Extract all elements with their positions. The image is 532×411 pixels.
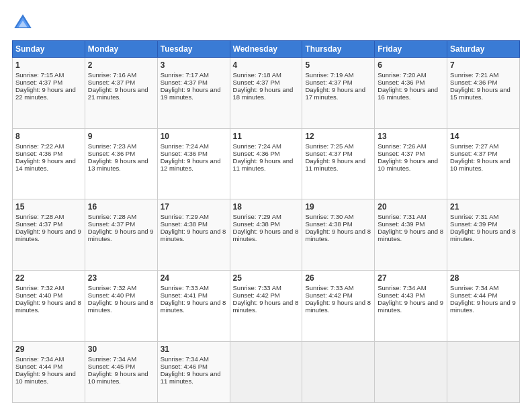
day-number: 9	[88, 132, 154, 141]
daylight-text: Daylight: 9 hours and 10 minutes.	[378, 157, 438, 172]
calendar-cell: 13Sunrise: 7:26 AMSunset: 4:37 PMDayligh…	[375, 128, 447, 199]
sunset-text: Sunset: 4:37 PM	[15, 220, 62, 228]
calendar-cell: 30Sunrise: 7:34 AMSunset: 4:45 PMDayligh…	[85, 341, 157, 402]
sunset-text: Sunset: 4:45 PM	[88, 363, 135, 370]
calendar-cell: 31Sunrise: 7:34 AMSunset: 4:46 PMDayligh…	[157, 341, 230, 402]
sunset-text: Sunset: 4:42 PM	[305, 291, 352, 299]
sunset-text: Sunset: 4:39 PM	[450, 220, 497, 228]
sunset-text: Sunset: 4:37 PM	[305, 79, 352, 86]
sunrise-text: Sunrise: 7:19 AM	[305, 71, 353, 79]
day-number: 27	[378, 273, 444, 283]
calendar-cell: 4Sunrise: 7:18 AMSunset: 4:37 PMDaylight…	[230, 58, 302, 129]
calendar-header-row: SundayMondayTuesdayWednesdayThursdayFrid…	[13, 41, 520, 58]
daylight-text: Daylight: 9 hours and 8 minutes.	[233, 299, 299, 314]
daylight-text: Daylight: 9 hours and 11 minutes.	[233, 157, 294, 172]
sunrise-text: Sunrise: 7:29 AM	[233, 213, 281, 220]
logo-icon	[12, 12, 34, 34]
sunrise-text: Sunrise: 7:31 AM	[378, 213, 426, 220]
daylight-text: Daylight: 9 hours and 21 minutes.	[88, 86, 148, 101]
sunrise-text: Sunrise: 7:24 AM	[233, 142, 281, 150]
daylight-text: Daylight: 9 hours and 8 minutes.	[161, 228, 226, 242]
daylight-text: Daylight: 9 hours and 15 minutes.	[450, 86, 511, 101]
calendar-cell: 20Sunrise: 7:31 AMSunset: 4:39 PMDayligh…	[375, 199, 447, 271]
header	[12, 12, 520, 34]
calendar-cell: 27Sunrise: 7:34 AMSunset: 4:43 PMDayligh…	[375, 271, 447, 342]
sunrise-text: Sunrise: 7:18 AM	[233, 71, 281, 79]
day-number: 23	[88, 273, 154, 283]
calendar-week-row: 29Sunrise: 7:34 AMSunset: 4:44 PMDayligh…	[13, 341, 520, 402]
calendar-cell: 3Sunrise: 7:17 AMSunset: 4:37 PMDaylight…	[157, 58, 230, 129]
sunset-text: Sunset: 4:37 PM	[450, 150, 497, 157]
calendar-cell: 5Sunrise: 7:19 AMSunset: 4:37 PMDaylight…	[302, 58, 375, 129]
sunset-text: Sunset: 4:40 PM	[88, 291, 135, 299]
sunset-text: Sunset: 4:36 PM	[15, 150, 62, 157]
day-of-week-header: Friday	[375, 41, 447, 58]
sunset-text: Sunset: 4:37 PM	[15, 79, 62, 86]
daylight-text: Daylight: 9 hours and 9 minutes.	[450, 299, 516, 314]
sunrise-text: Sunrise: 7:21 AM	[450, 71, 498, 79]
sunset-text: Sunset: 4:37 PM	[378, 150, 425, 157]
calendar-cell: 21Sunrise: 7:31 AMSunset: 4:39 PMDayligh…	[447, 199, 520, 271]
day-number: 26	[305, 273, 371, 283]
calendar-cell: 7Sunrise: 7:21 AMSunset: 4:36 PMDaylight…	[447, 58, 520, 129]
calendar-cell: 1Sunrise: 7:15 AMSunset: 4:37 PMDaylight…	[13, 58, 85, 129]
calendar-cell: 26Sunrise: 7:33 AMSunset: 4:42 PMDayligh…	[302, 271, 375, 342]
sunset-text: Sunset: 4:36 PM	[161, 150, 208, 157]
sunrise-text: Sunrise: 7:17 AM	[161, 71, 209, 79]
sunrise-text: Sunrise: 7:30 AM	[305, 213, 353, 220]
calendar-cell: 6Sunrise: 7:20 AMSunset: 4:36 PMDaylight…	[375, 58, 447, 129]
calendar-cell	[230, 341, 302, 402]
day-number: 8	[15, 132, 82, 141]
day-number: 28	[450, 273, 517, 283]
day-number: 10	[161, 132, 227, 141]
day-of-week-header: Sunday	[13, 41, 85, 58]
calendar-cell: 10Sunrise: 7:24 AMSunset: 4:36 PMDayligh…	[157, 128, 230, 199]
calendar-table: SundayMondayTuesdayWednesdayThursdayFrid…	[12, 40, 520, 403]
daylight-text: Daylight: 9 hours and 10 minutes.	[450, 157, 511, 172]
day-number: 2	[88, 60, 154, 70]
day-number: 29	[15, 345, 82, 354]
sunset-text: Sunset: 4:38 PM	[161, 220, 208, 228]
day-number: 22	[15, 273, 82, 283]
day-number: 11	[233, 132, 300, 141]
sunrise-text: Sunrise: 7:15 AM	[15, 71, 64, 79]
sunset-text: Sunset: 4:38 PM	[233, 220, 280, 228]
calendar-cell: 29Sunrise: 7:34 AMSunset: 4:44 PMDayligh…	[13, 341, 85, 402]
sunset-text: Sunset: 4:37 PM	[305, 150, 352, 157]
daylight-text: Daylight: 9 hours and 9 minutes.	[15, 228, 81, 242]
sunset-text: Sunset: 4:36 PM	[450, 79, 497, 86]
daylight-text: Daylight: 9 hours and 8 minutes.	[305, 299, 371, 314]
sunset-text: Sunset: 4:38 PM	[305, 220, 352, 228]
sunset-text: Sunset: 4:46 PM	[161, 363, 208, 370]
sunrise-text: Sunrise: 7:26 AM	[378, 142, 426, 150]
day-of-week-header: Monday	[85, 41, 157, 58]
sunrise-text: Sunrise: 7:34 AM	[88, 355, 136, 363]
calendar-cell	[447, 341, 520, 402]
day-number: 18	[233, 202, 300, 212]
sunset-text: Sunset: 4:36 PM	[233, 150, 280, 157]
calendar-cell	[375, 341, 447, 402]
calendar-cell: 12Sunrise: 7:25 AMSunset: 4:37 PMDayligh…	[302, 128, 375, 199]
sunset-text: Sunset: 4:36 PM	[88, 150, 135, 157]
sunrise-text: Sunrise: 7:20 AM	[378, 71, 426, 79]
day-number: 19	[305, 202, 371, 212]
calendar-cell	[302, 341, 375, 402]
day-of-week-header: Tuesday	[157, 41, 230, 58]
calendar-cell: 17Sunrise: 7:29 AMSunset: 4:38 PMDayligh…	[157, 199, 230, 271]
page: SundayMondayTuesdayWednesdayThursdayFrid…	[0, 0, 532, 411]
daylight-text: Daylight: 9 hours and 19 minutes.	[161, 86, 221, 101]
daylight-text: Daylight: 9 hours and 18 minutes.	[233, 86, 294, 101]
daylight-text: Daylight: 9 hours and 8 minutes.	[450, 228, 516, 242]
day-number: 13	[378, 132, 444, 141]
sunset-text: Sunset: 4:44 PM	[15, 363, 62, 370]
calendar-cell: 11Sunrise: 7:24 AMSunset: 4:36 PMDayligh…	[230, 128, 302, 199]
day-number: 20	[378, 202, 444, 212]
sunset-text: Sunset: 4:43 PM	[378, 291, 425, 299]
daylight-text: Daylight: 9 hours and 10 minutes.	[88, 370, 148, 385]
daylight-text: Daylight: 9 hours and 22 minutes.	[15, 86, 76, 101]
sunrise-text: Sunrise: 7:34 AM	[15, 355, 64, 363]
calendar-cell: 24Sunrise: 7:33 AMSunset: 4:41 PMDayligh…	[157, 271, 230, 342]
calendar-week-row: 1Sunrise: 7:15 AMSunset: 4:37 PMDaylight…	[13, 58, 520, 129]
calendar-cell: 9Sunrise: 7:23 AMSunset: 4:36 PMDaylight…	[85, 128, 157, 199]
sunrise-text: Sunrise: 7:34 AM	[161, 355, 209, 363]
